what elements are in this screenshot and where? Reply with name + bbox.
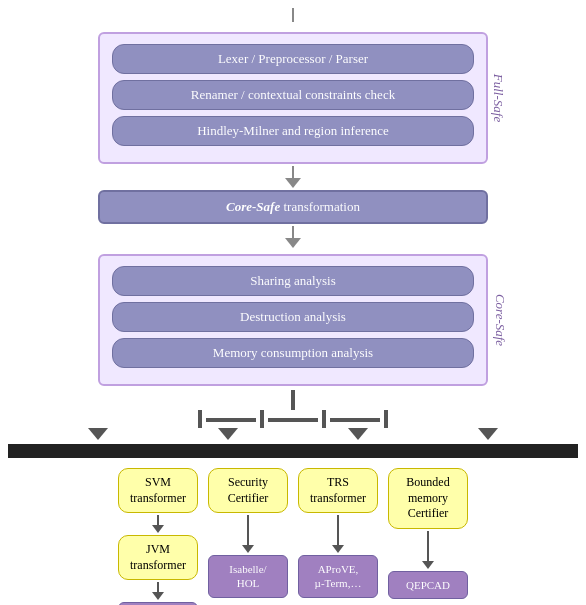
big-arrow-down [8, 390, 578, 440]
arrow-svm-jvm [152, 515, 164, 533]
col-svm: SVMtransformer JVMtransformer Jasmin/JVM [118, 468, 198, 605]
arrow-full-to-transform [63, 166, 523, 188]
diagram-container: Lexer / Preprocessor / Parser Renamer / … [0, 0, 586, 605]
col-security: SecurityCertifier Isabelle/HOL [208, 468, 288, 605]
arrow-transform-to-core [63, 226, 523, 248]
core-safe-transform-label: Core-Safe [226, 199, 280, 214]
jvm-transformer-box: JVMtransformer [118, 535, 198, 580]
hindley-box: Hindley-Milner and region inference [112, 116, 474, 146]
renamer-box: Renamer / contextual constraints check [112, 80, 474, 110]
sharing-box: Sharing analysis [112, 266, 474, 296]
transform-suffix: transformation [280, 199, 360, 214]
top-section: Lexer / Preprocessor / Parser Renamer / … [63, 32, 523, 386]
full-safe-box: Lexer / Preprocessor / Parser Renamer / … [98, 32, 488, 164]
arrow-jvm-jasmin [152, 582, 164, 600]
core-safe-transform-box: Core-Safe transformation [98, 190, 488, 224]
isabelle-hol-box: Isabelle/HOL [208, 555, 288, 598]
bottom-section: SVMtransformer JVMtransformer Jasmin/JVM… [8, 458, 578, 605]
arrow-security-isabelle [242, 515, 254, 553]
svm-transformer-box: SVMtransformer [118, 468, 198, 513]
full-safe-label: Full-Safe [490, 74, 506, 122]
trs-transformer-box: TRStransformer [298, 468, 378, 513]
arrow-trs-aprove [332, 515, 344, 553]
bounded-memory-box: BoundedmemoryCertifier [388, 468, 468, 529]
top-connector-line [292, 8, 294, 22]
lexer-box: Lexer / Preprocessor / Parser [112, 44, 474, 74]
security-certifier-box: SecurityCertifier [208, 468, 288, 513]
arrow-bounded-qepcad [422, 531, 434, 569]
separator-bar [8, 444, 578, 458]
destruction-box: Destruction analysis [112, 302, 474, 332]
qepcad-box: QEPCAD [388, 571, 468, 599]
core-safe-box: Sharing analysis Destruction analysis Me… [98, 254, 488, 386]
core-safe-label: Core-Safe [492, 294, 508, 346]
aprove-box: AProVE,µ-Term,… [298, 555, 378, 598]
col-bounded: BoundedmemoryCertifier QEPCAD [388, 468, 468, 605]
memory-box: Memory consumption analysis [112, 338, 474, 368]
col-trs: TRStransformer AProVE,µ-Term,… [298, 468, 378, 605]
